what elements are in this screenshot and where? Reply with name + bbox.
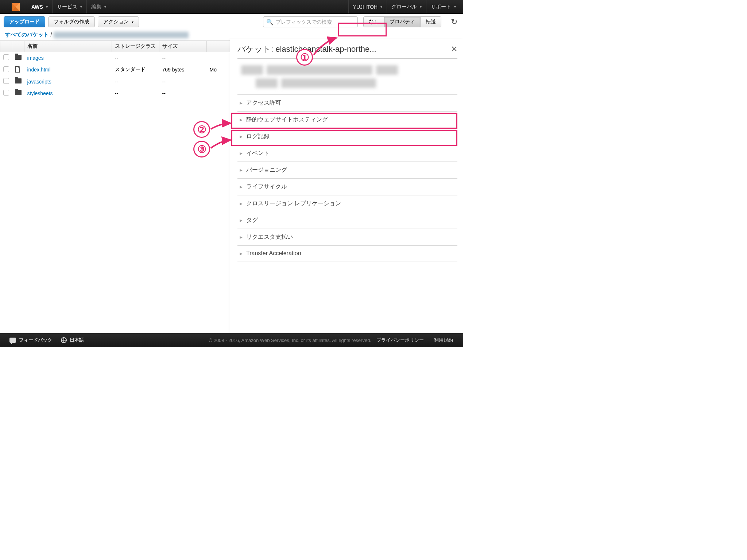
caret-right-icon: ▶ [240, 168, 243, 172]
tab-properties[interactable]: プロパティ [384, 16, 421, 27]
speech-icon [9, 338, 16, 343]
accordion-item[interactable]: ▶イベント [237, 145, 457, 162]
breadcrumb-root[interactable]: すべてのバケット [5, 31, 49, 38]
close-icon[interactable]: ✕ [447, 44, 457, 54]
terms-link[interactable]: 利用規約 [429, 337, 458, 343]
chevron-down-icon: ▾ [454, 5, 456, 9]
breadcrumb-current-blurred [54, 32, 189, 38]
row-checkbox[interactable] [3, 78, 9, 84]
chevron-down-icon: ▾ [104, 5, 106, 9]
accordion-item[interactable]: ▶アクセス許可 [237, 95, 457, 112]
annotation-arrow-2 [210, 121, 233, 133]
annotation-box-1 [338, 23, 387, 36]
row-checkbox[interactable] [3, 66, 9, 72]
accordion-label: クロスリージョン レプリケーション [246, 200, 341, 207]
language-button[interactable]: 日本語 [57, 337, 88, 343]
top-nav: AWS▾ サービス▾ 編集▾ YUJI ITOH▾ グローバル▾ サポート▾ [0, 0, 463, 14]
caret-right-icon: ▶ [240, 151, 243, 155]
chevron-down-icon: ▾ [132, 20, 133, 24]
annotation-box-3 [231, 130, 457, 146]
cell-size: -- [159, 52, 207, 64]
chevron-down-icon: ▾ [420, 5, 422, 9]
aws-logo-icon[interactable] [12, 3, 20, 11]
object-link[interactable]: images [27, 55, 44, 61]
upload-button[interactable]: アップロード [4, 16, 45, 27]
feedback-button[interactable]: フィードバック [5, 337, 57, 343]
col-size[interactable]: サイズ [159, 41, 207, 52]
col-checkbox [0, 41, 12, 52]
panel-meta-blurred [241, 65, 457, 88]
search-icon: 🔍 [266, 19, 274, 26]
nav-support[interactable]: サポート▾ [426, 0, 460, 13]
privacy-link[interactable]: プライバシーポリシー [371, 337, 429, 343]
cell-size: 769 bytes [159, 64, 207, 76]
chevron-down-icon: ▾ [46, 5, 48, 9]
properties-panel: ⋮ バケット: elasticbeanstalk-ap-northe... ✕ … [230, 39, 463, 333]
caret-right-icon: ▶ [240, 202, 243, 206]
row-checkbox[interactable] [3, 54, 9, 60]
annotation-box-2 [231, 113, 457, 129]
cell-storage: -- [112, 52, 159, 64]
cell-storage: -- [112, 88, 159, 99]
caret-right-icon: ▶ [240, 252, 243, 256]
accordion-label: ライフサイクル [246, 183, 287, 191]
chevron-down-icon: ▾ [380, 5, 382, 9]
toolbar: アップロード フォルダの作成 アクション▾ 🔍 なし プロパティ 転送 ↻ [0, 14, 463, 30]
accordion-item[interactable]: ▶クロスリージョン レプリケーション [237, 195, 457, 212]
col-icon [12, 41, 24, 52]
nav-services[interactable]: サービス▾ [52, 0, 86, 13]
caret-right-icon: ▶ [240, 101, 243, 105]
col-storage[interactable]: ストレージクラス [112, 41, 159, 52]
accordion-label: バージョニング [246, 166, 287, 174]
annotation-arrow-3 [210, 138, 233, 152]
cell-size: -- [159, 88, 207, 99]
tab-transfer[interactable]: 転送 [420, 16, 441, 27]
annotation-3: ③ [193, 141, 210, 158]
actions-button[interactable]: アクション▾ [98, 16, 139, 27]
breadcrumb-sep: / [50, 31, 52, 38]
object-link[interactable]: index.html [27, 67, 51, 73]
annotation-arrow-1 [313, 36, 342, 60]
accordion-label: リクエスタ支払い [246, 233, 293, 241]
caret-right-icon: ▶ [240, 218, 243, 222]
panel-drag-handle[interactable]: ⋮ [230, 177, 230, 195]
row-checkbox[interactable] [3, 90, 9, 96]
panel-title-row: バケット: elasticbeanstalk-ap-northe... ✕ [237, 42, 457, 59]
footer: フィードバック 日本語 © 2008 - 2016, Amazon Web Se… [0, 333, 463, 347]
accordion-item[interactable]: ▶Transfer Acceleration [237, 246, 457, 261]
nav-aws[interactable]: AWS▾ [27, 0, 52, 13]
accordion-item[interactable]: ▶タグ [237, 212, 457, 229]
annotation-2: ② [193, 121, 210, 138]
folder-icon [15, 78, 22, 83]
accordion-item[interactable]: ▶バージョニング [237, 162, 457, 179]
object-link[interactable]: javascripts [27, 79, 51, 85]
nav-region[interactable]: グローバル▾ [387, 0, 426, 13]
copyright: © 2008 - 2016, Amazon Web Services, Inc.… [209, 338, 371, 343]
refresh-icon[interactable]: ↻ [451, 17, 460, 27]
nav-user[interactable]: YUJI ITOH▾ [348, 0, 387, 13]
accordion-label: タグ [246, 217, 258, 224]
caret-right-icon: ▶ [240, 235, 243, 239]
accordion-label: Transfer Acceleration [246, 250, 301, 257]
cell-storage: -- [112, 76, 159, 88]
create-folder-button[interactable]: フォルダの作成 [48, 16, 95, 27]
object-link[interactable]: stylesheets [27, 90, 53, 96]
folder-icon [15, 55, 22, 60]
cell-storage: スタンダード [112, 64, 159, 76]
nav-edit[interactable]: 編集▾ [86, 0, 111, 13]
annotation-1: ① [296, 49, 313, 66]
accordion-label: イベント [246, 149, 270, 157]
accordion-item[interactable]: ▶ライフサイクル [237, 179, 457, 195]
accordion-item[interactable]: ▶リクエスタ支払い [237, 229, 457, 246]
chevron-down-icon: ▾ [80, 5, 82, 9]
globe-icon [61, 337, 67, 343]
folder-icon [15, 90, 22, 95]
file-icon [15, 66, 20, 73]
accordion-label: アクセス許可 [246, 99, 281, 107]
caret-right-icon: ▶ [240, 185, 243, 189]
col-name[interactable]: 名前 [24, 41, 112, 52]
cell-size: -- [159, 76, 207, 88]
